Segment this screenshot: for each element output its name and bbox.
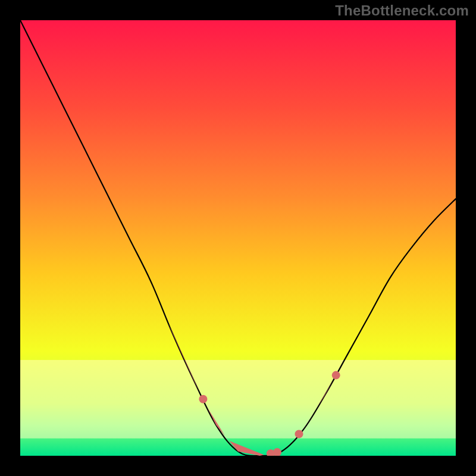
- bottleneck-chart: [20, 20, 456, 456]
- watermark-text: TheBottleneck.com: [335, 2, 469, 19]
- glow-band: [20, 360, 456, 439]
- svg-point-4: [332, 371, 340, 380]
- chart-frame: TheBottleneck.com: [0, 0, 476, 476]
- plot-area: [20, 20, 456, 456]
- svg-point-3: [295, 430, 303, 438]
- svg-point-0: [199, 395, 207, 403]
